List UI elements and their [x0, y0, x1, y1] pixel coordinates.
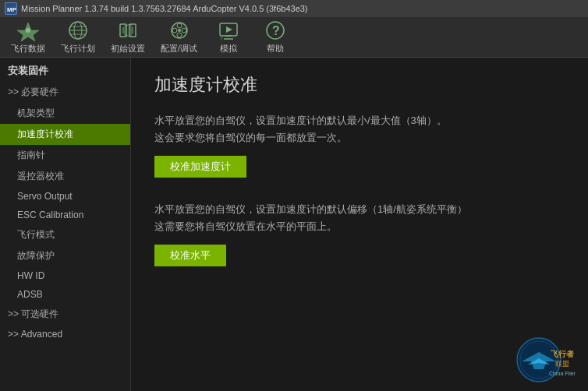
sidebar-item-flight-modes[interactable]: 飞行模式: [0, 224, 130, 245]
main-container: 安装固件 >> 必要硬件 机架类型 加速度计校准 指南针 遥控器校准 Servo…: [0, 58, 588, 391]
accel-cal-description-2: 水平放置您的自驾仪，设置加速度计的默认偏移（1轴/航姿系统平衡） 这需要您将自驾…: [154, 201, 565, 235]
svg-point-18: [182, 28, 186, 33]
page-title: 加速度计校准: [154, 73, 565, 97]
svg-text:联盟: 联盟: [555, 360, 569, 368]
svg-text:MP: MP: [7, 6, 16, 13]
calibrate-accel-button[interactable]: 校准加速度计: [154, 156, 246, 178]
app-logo: MP: [5, 2, 17, 15]
accel-cal-section-2: 水平放置您的自驾仪，设置加速度计的默认偏移（1轴/航姿系统平衡） 这需要您将自驾…: [154, 201, 565, 266]
toolbar-help-label: 帮助: [267, 43, 284, 55]
accel-cal-description-1: 水平放置您的自驾仪，设置加速度计的默认最小/最大值（3轴）。 这会要求您将自驾仪…: [154, 112, 565, 146]
sidebar-section-header: 安装固件: [0, 58, 130, 82]
svg-point-4: [26, 28, 30, 33]
toolbar-help[interactable]: ? 帮助: [252, 16, 299, 58]
svg-text:飞行者: 飞行者: [551, 350, 575, 358]
svg-point-16: [177, 33, 182, 37]
toolbar-initial-setup[interactable]: 初始设置: [103, 16, 153, 58]
sidebar-item-frame-type[interactable]: 机架类型: [0, 103, 130, 124]
toolbar-config-tune-label: 配置/调试: [161, 43, 197, 55]
simulation-icon: ?: [218, 19, 239, 41]
toolbar-flight-plan-label: 飞行计划: [61, 43, 95, 55]
sidebar-item-optional-hardware[interactable]: >> 可选硬件: [0, 304, 130, 325]
help-icon: ?: [264, 19, 286, 41]
toolbar-simulation-label: 模拟: [220, 43, 237, 55]
sidebar-item-required-hardware[interactable]: >> 必要硬件: [0, 82, 130, 103]
sidebar-item-advanced[interactable]: >> Advanced: [0, 325, 130, 343]
sidebar-item-accel-calibration[interactable]: 加速度计校准: [0, 124, 130, 145]
flier-logo-svg: 飞行者 联盟 China Flier: [498, 336, 580, 383]
toolbar-simulation[interactable]: ? 模拟: [205, 16, 252, 58]
toolbar-flight-plan[interactable]: 飞行计划: [53, 16, 103, 58]
sidebar-item-hw-id[interactable]: HW ID: [0, 266, 130, 285]
svg-text:China Flier: China Flier: [549, 371, 576, 376]
calibrate-level-button[interactable]: 校准水平: [154, 245, 226, 266]
flier-logo-area: 飞行者 联盟 China Flier: [498, 336, 580, 383]
sidebar-item-adsb[interactable]: ADSB: [0, 285, 130, 304]
content-area: 加速度计校准 水平放置您的自驾仪，设置加速度计的默认最小/最大值（3轴）。 这会…: [131, 58, 588, 391]
sidebar: 安装固件 >> 必要硬件 机架类型 加速度计校准 指南针 遥控器校准 Servo…: [0, 58, 131, 391]
toolbar-config-tune[interactable]: 配置/调试: [153, 16, 205, 58]
svg-point-19: [178, 29, 181, 32]
sidebar-item-compass[interactable]: 指南针: [0, 145, 130, 166]
svg-text:?: ?: [220, 37, 223, 41]
svg-point-15: [177, 23, 182, 28]
globe-icon: [67, 19, 89, 41]
sidebar-item-radio-calibration[interactable]: 遥控器校准: [0, 166, 130, 187]
svg-text:?: ?: [272, 24, 280, 37]
title-text: Mission Planner 1.3.74 build 1.3.7563.27…: [21, 4, 308, 13]
toolbar-initial-setup-label: 初始设置: [111, 43, 145, 55]
wrench-icon: [168, 19, 190, 41]
sidebar-item-esc-calibration[interactable]: ESC Calibration: [0, 206, 130, 224]
accel-cal-section-1: 水平放置您的自驾仪，设置加速度计的默认最小/最大值（3轴）。 这会要求您将自驾仪…: [154, 112, 565, 178]
toolbar: 飞行数据 飞行计划 初始设置: [0, 17, 588, 58]
settings-icon: [117, 19, 139, 41]
title-bar: MP Mission Planner 1.3.74 build 1.3.7563…: [0, 0, 588, 17]
plane-icon: [17, 19, 39, 41]
sidebar-item-servo-output[interactable]: Servo Output: [0, 187, 130, 206]
sidebar-item-failsafe[interactable]: 故障保护: [0, 245, 130, 266]
toolbar-flight-data[interactable]: 飞行数据: [3, 16, 53, 58]
toolbar-flight-data-label: 飞行数据: [11, 43, 45, 55]
svg-point-17: [172, 28, 177, 33]
